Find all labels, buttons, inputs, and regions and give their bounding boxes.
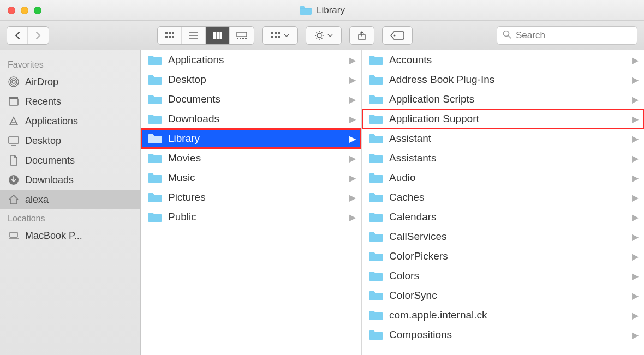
recents-icon	[8, 95, 20, 107]
docs-icon	[8, 154, 20, 166]
sidebar-item-recents[interactable]: Recents	[0, 92, 140, 111]
sidebar-item-label: Downloads	[25, 175, 74, 186]
folder-icon	[368, 93, 384, 105]
close-button[interactable]	[8, 7, 15, 14]
chevron-right-icon: ▶	[349, 153, 356, 164]
laptop-icon	[8, 230, 20, 242]
folder-row-application-scripts[interactable]: Application Scripts ▶	[362, 89, 644, 109]
folder-icon	[147, 152, 163, 164]
folder-row-music[interactable]: Music ▶	[141, 168, 361, 188]
folder-row-callservices[interactable]: CallServices ▶	[362, 227, 644, 246]
apps-icon	[8, 115, 20, 127]
folder-row-assistant[interactable]: Assistant ▶	[362, 129, 644, 148]
gallery-view-button[interactable]	[230, 27, 254, 44]
folder-row-caches[interactable]: Caches ▶	[362, 188, 644, 207]
folder-label: Documents	[168, 93, 349, 105]
folder-row-calendars[interactable]: Calendars ▶	[362, 207, 644, 227]
sidebar-item-label: alexa	[25, 194, 49, 206]
folder-row-colorsync[interactable]: ColorSync ▶	[362, 286, 644, 305]
folder-row-public[interactable]: Public ▶	[141, 207, 361, 227]
window-title-group: Library	[299, 5, 345, 16]
folder-row-compositions[interactable]: Compositions ▶	[362, 325, 644, 345]
folder-icon	[147, 211, 163, 223]
folder-label: Assistant	[389, 133, 632, 145]
folder-label: Downloads	[168, 113, 349, 125]
folder-row-assistants[interactable]: Assistants ▶	[362, 148, 644, 168]
folder-row-accounts[interactable]: Accounts ▶	[362, 50, 644, 70]
folder-icon	[147, 133, 163, 145]
arrange-menu[interactable]	[262, 26, 298, 45]
sidebar-item-desktop[interactable]: Desktop	[0, 131, 140, 151]
minimize-button[interactable]	[21, 7, 28, 14]
folder-icon	[368, 290, 384, 302]
chevron-right-icon: ▶	[632, 55, 639, 65]
search-field[interactable]	[497, 26, 637, 45]
folder-row-desktop[interactable]: Desktop ▶	[141, 70, 361, 89]
folder-icon	[368, 74, 384, 86]
sidebar-item-macbook-p-[interactable]: MacBook P...	[0, 226, 140, 245]
chevron-right-icon: ▶	[632, 251, 639, 262]
back-button[interactable]	[7, 27, 28, 44]
action-button[interactable]	[306, 27, 341, 44]
chevron-right-icon: ▶	[632, 232, 639, 242]
folder-row-movies[interactable]: Movies ▶	[141, 148, 361, 168]
sidebar-item-airdrop[interactable]: AirDrop	[0, 72, 140, 92]
chevron-right-icon: ▶	[632, 134, 639, 144]
svg-point-26	[315, 34, 316, 35]
svg-rect-5	[172, 36, 174, 38]
folder-label: ColorPickers	[389, 250, 632, 262]
svg-point-25	[319, 38, 320, 39]
folder-label: Address Book Plug-Ins	[389, 74, 632, 86]
sidebar-section-header: Favorites	[0, 56, 140, 72]
list-view-button[interactable]	[182, 27, 206, 44]
svg-point-37	[10, 79, 17, 85]
svg-point-36	[12, 80, 15, 83]
svg-rect-17	[271, 32, 273, 34]
sidebar-item-downloads[interactable]: Downloads	[0, 170, 140, 190]
folder-icon	[368, 113, 384, 125]
chevron-right-icon: ▶	[632, 330, 639, 340]
folder-row-documents[interactable]: Documents ▶	[141, 89, 361, 109]
sidebar-item-applications[interactable]: Applications	[0, 111, 140, 131]
svg-point-23	[317, 33, 321, 38]
folder-row-pictures[interactable]: Pictures ▶	[141, 188, 361, 207]
svg-rect-13	[237, 38, 238, 39]
folder-icon	[368, 309, 384, 321]
arrange-button[interactable]	[263, 27, 297, 44]
folder-row-audio[interactable]: Audio ▶	[362, 168, 644, 188]
folder-icon	[368, 211, 384, 223]
search-input[interactable]	[516, 30, 631, 41]
svg-rect-21	[275, 36, 277, 38]
folder-row-application-support[interactable]: Application Support ▶	[362, 109, 644, 129]
downloads-icon	[8, 174, 20, 186]
nav-back-forward	[7, 26, 49, 45]
action-menu[interactable]	[306, 26, 342, 45]
chevron-right-icon: ▶	[632, 94, 639, 105]
share-button[interactable]	[350, 27, 374, 44]
chevron-right-icon: ▶	[632, 212, 639, 222]
sidebar-item-label: Applications	[25, 116, 78, 127]
svg-rect-22	[278, 36, 280, 38]
svg-rect-40	[9, 97, 18, 99]
sidebar-item-alexa[interactable]: alexa	[0, 190, 140, 209]
svg-line-35	[509, 35, 511, 38]
sidebar-item-label: Documents	[25, 155, 75, 166]
folder-label: Pictures	[168, 191, 349, 203]
tags-button[interactable]	[383, 27, 412, 44]
folder-row-downloads[interactable]: Downloads ▶	[141, 109, 361, 129]
icon-view-button[interactable]	[158, 27, 182, 44]
folder-row-applications[interactable]: Applications ▶	[141, 50, 361, 70]
sidebar-item-documents[interactable]: Documents	[0, 151, 140, 170]
column-view-button[interactable]	[206, 27, 230, 44]
folder-row-com-apple-internal-ck[interactable]: com.apple.internal.ck ▶	[362, 305, 644, 325]
forward-button[interactable]	[28, 27, 49, 44]
chevron-right-icon: ▶	[632, 291, 639, 301]
folder-row-colors[interactable]: Colors ▶	[362, 266, 644, 286]
window-title: Library	[317, 5, 345, 16]
folder-row-address-book-plug-ins[interactable]: Address Book Plug-Ins ▶	[362, 70, 644, 89]
svg-rect-9	[213, 32, 216, 39]
folder-label: ColorSync	[389, 290, 632, 302]
folder-row-library[interactable]: Library ▶	[141, 129, 361, 148]
zoom-button[interactable]	[34, 7, 41, 14]
folder-row-colorpickers[interactable]: ColorPickers ▶	[362, 246, 644, 266]
